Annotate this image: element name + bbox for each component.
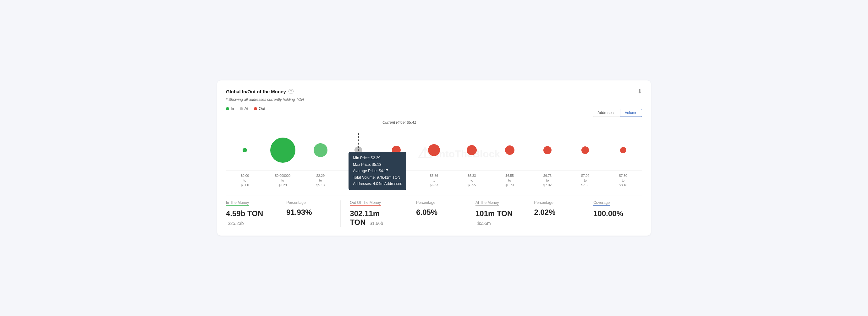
help-icon[interactable]: ? (288, 89, 293, 94)
tooltip-addr: Addresses: 4.04m Addresses (353, 181, 402, 187)
page-title: Global In/Out of the Money (226, 89, 286, 94)
label-col-5: $5.86 to $6.33 (415, 173, 453, 187)
bubble-5 (428, 144, 440, 156)
legend-in: In (226, 106, 234, 111)
stat-label-out: Out Of The Money (350, 200, 397, 207)
label-col-9: $7.02 to $7.30 (566, 173, 604, 187)
legend-dot-out (254, 107, 257, 110)
card: Global In/Out of the Money ? ⬇ * Showing… (217, 81, 651, 235)
stat-at-the-money: At The Money 101m TON $555m (475, 200, 525, 227)
legend-out: Out (254, 106, 265, 111)
subtitle: * Showing all addresses currently holdin… (226, 97, 642, 102)
stat-pct-at: Percentage 2.02% (534, 200, 565, 227)
stat-value-in: 4.59b TON $25.23b (226, 209, 268, 227)
label-col-10: $7.30 to $8.18 (604, 173, 642, 187)
legend-label-at: At (245, 106, 248, 111)
download-icon[interactable]: ⬇ (637, 88, 642, 95)
header-left: Global In/Out of the Money ? (226, 89, 293, 94)
label-col-7: $6.55 to $6.73 (491, 173, 529, 187)
bubble-col-1: Min Price: $2.29 Max Price: $5.13 Averag… (264, 133, 301, 167)
bubble-col-9 (566, 133, 604, 167)
header: Global In/Out of the Money ? ⬇ (226, 88, 642, 95)
bubble-6 (467, 145, 477, 155)
stat-value-pct3: 2.02% (534, 208, 555, 217)
stat-label-at: At The Money (475, 200, 516, 207)
bubble-10 (620, 147, 626, 153)
stat-label-coverage: Coverage (593, 200, 623, 207)
bubble-1 (270, 137, 296, 163)
bubble-2 (314, 143, 328, 157)
tooltip-max: Max Price: $5.13 (353, 161, 402, 168)
bubble-col-7 (491, 133, 529, 167)
bubble-col-10 (604, 133, 642, 167)
divider-3 (584, 200, 584, 227)
label-col-1: $0.000000 to $2.29 (264, 173, 301, 187)
current-price-label: Current Price: $5.41 (382, 120, 416, 125)
chart-controls: Addresses Volume (593, 109, 642, 117)
tooltip: Min Price: $2.29 Max Price: $5.13 Averag… (348, 152, 406, 190)
stat-coverage: Coverage 100.00% (593, 200, 632, 227)
stat-pct-out: Percentage 6.05% (416, 200, 447, 227)
stat-out-the-money: Out Of The Money 302.11m TON $1.66b (350, 200, 407, 227)
bubble-col-5 (415, 133, 453, 167)
divider-1 (340, 200, 341, 227)
bubble-7 (505, 146, 515, 155)
legend-dot-in (226, 107, 229, 110)
bubble-8 (544, 146, 552, 154)
label-col-0: $0.00 to $0.00 (226, 173, 264, 187)
stat-label-in: In The Money (226, 200, 268, 207)
legend: In At Out (226, 106, 642, 111)
legend-label-in: In (231, 106, 234, 111)
stat-value-pct2: 6.05% (416, 208, 437, 217)
stat-value-pct1: 91.93% (286, 208, 312, 217)
stat-label-pct3: Percentage (534, 200, 555, 206)
legend-dot-at (240, 107, 243, 110)
tooltip-avg: Average Price: $4.17 (353, 168, 402, 174)
stat-label-pct2: Percentage (416, 200, 437, 206)
labels-row: $0.00 to $0.00 $0.000000 to $2.29 $2.29 … (226, 173, 642, 187)
bubble-col-2 (302, 133, 339, 167)
bubble-col-8 (529, 133, 566, 167)
bubble-col-0 (226, 133, 264, 167)
stat-value-at: 101m TON $555m (475, 209, 516, 227)
legend-at: At (240, 106, 248, 111)
label-col-2: $2.29 to $5.13 (302, 173, 339, 187)
label-col-8: $6.73 to $7.02 (529, 173, 566, 187)
bubble-0 (243, 148, 247, 152)
legend-label-out: Out (259, 106, 265, 111)
stat-value-out: 302.11m TON $1.66b (350, 209, 397, 227)
addresses-button[interactable]: Addresses (593, 109, 620, 117)
bubbles-row: Min Price: $2.29 Max Price: $5.13 Averag… (226, 133, 642, 170)
stat-in-the-money: In The Money 4.59b TON $25.23b (226, 200, 277, 227)
stat-value-coverage: 100.00% (593, 209, 623, 218)
stats-section: In The Money 4.59b TON $25.23b Percentag… (226, 195, 642, 227)
tooltip-min: Min Price: $2.29 (353, 155, 402, 161)
stat-label-pct1: Percentage (286, 200, 312, 206)
tooltip-vol: Total Volume: 976.41m TON (353, 174, 402, 181)
label-col-6: $6.33 to $6.55 (453, 173, 491, 187)
chart-area: Current Price: $5.41 IntoTheBlock Min Pr… (226, 120, 642, 187)
bubble-9 (581, 147, 589, 154)
bubble-col-6 (453, 133, 491, 167)
volume-button[interactable]: Volume (620, 109, 642, 117)
baseline (226, 170, 642, 171)
divider-2 (466, 200, 466, 227)
stat-pct-in: Percentage 91.93% (286, 200, 321, 227)
